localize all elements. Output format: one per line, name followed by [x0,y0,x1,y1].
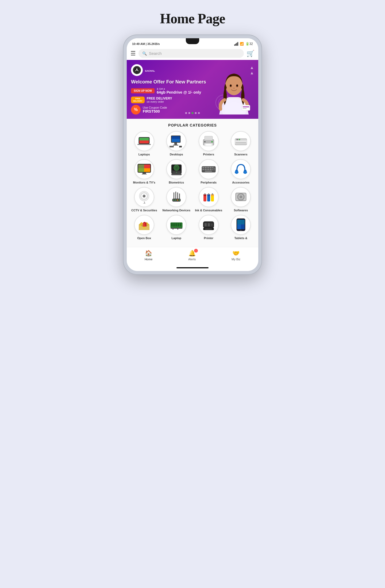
logo-icon [134,67,140,73]
svg-rect-18 [172,136,180,139]
svg-rect-50 [171,174,182,175]
banner-left-content: SACHAL Welcome Offer For New Partners SI… [131,64,214,114]
svg-rect-15 [137,144,151,145]
banner-get-text: & Get a [157,87,201,90]
phone-frame: 10:49 AM | 35.2KB/s 📶 🔋32 ☰ 🔍 Search 🛒 [123,35,262,275]
svg-rect-117 [205,228,212,230]
category-monitors[interactable]: Monitors & TV's [129,159,159,184]
coupon-row: % Use Coupon Code FIRST500 [131,105,214,114]
ink-icon [202,190,215,204]
category-scanners[interactable]: Scanners [226,131,256,156]
nav-alerts[interactable]: 🔔 ! Alerts [188,250,196,261]
svg-rect-11 [243,108,247,109]
brand-name: SACHAL [145,70,155,72]
keyboard-icon [201,165,216,173]
cart-icon[interactable]: 🛒 [247,50,255,57]
svg-rect-77 [179,193,180,199]
category-desktops[interactable]: Desktops [162,131,191,156]
bottom-nav: 🏠 Home 🔔 ! Alerts 🤝 My Biz [127,247,258,265]
categories-row-2: Monitors & TV's [129,159,256,184]
laptop-row4-label: Laptop [171,236,181,240]
camera-notch [186,38,199,44]
desktop-icon [169,135,184,147]
nav-home-label: Home [145,258,152,261]
category-cctv[interactable]: CCTV & Securities [129,187,159,212]
categories-title: POPULAR CATEGORIES [129,123,256,127]
status-icons: 📶 🔋32 [234,42,253,46]
printer-icon [202,135,215,147]
networking-icon-circle [166,187,186,207]
nav-mybiz[interactable]: 🤝 My Biz [232,250,240,261]
ink-label: Ink & Consumables [195,209,222,212]
category-softwares[interactable]: Softwares [226,187,256,212]
svg-rect-68 [243,171,247,174]
category-biometrics[interactable]: Biometrics [162,159,191,184]
page-title: Home Page [160,11,225,26]
svg-rect-21 [170,146,174,147]
top-nav: ☰ 🔍 Search 🛒 [127,47,258,60]
laptops-label: Laptops [138,153,150,156]
svg-text:★: ★ [141,223,143,224]
peripherals-label: Peripherals [201,181,217,184]
svg-rect-14 [139,138,149,140]
svg-rect-110 [171,228,182,229]
printer-row4-icon-circle [199,215,219,235]
svg-rect-82 [203,196,206,201]
search-bar[interactable]: 🔍 Search [138,49,244,58]
banner-offer-text: 64gb Pendrive @ 1/- only [157,90,201,94]
router-icon [170,190,183,204]
svg-rect-84 [204,193,206,195]
delivery-badge: FREE DELIVERY [131,97,145,103]
categories-row-4: ★ ★ ★ Open Box [129,215,256,240]
svg-rect-115 [211,224,213,226]
svg-rect-9 [242,105,250,110]
svg-rect-10 [243,106,249,107]
coupon-badge: % [131,105,141,114]
svg-point-7 [230,85,232,87]
laptop-row4-icon-circle [166,215,186,235]
open-box-icon: ★ ★ ★ [137,218,151,231]
svg-rect-114 [208,223,210,226]
svg-point-28 [211,141,213,143]
category-printer-row4[interactable]: Printer [194,215,224,240]
signup-badge[interactable]: SIGN UP NOW [131,88,155,93]
biometrics-label: Biometrics [169,181,184,184]
svg-rect-40 [143,173,146,174]
svg-rect-39 [138,165,144,172]
signal-icon [234,42,238,46]
ink-icon-circle [199,187,219,207]
svg-point-80 [177,200,178,201]
category-ink[interactable]: Ink & Consumables [194,187,224,212]
biometrics-icon [171,162,182,176]
home-icon: 🏠 [145,250,152,257]
laptop-icon [137,136,151,147]
category-peripherals[interactable]: Peripherals [194,159,224,184]
svg-text:★: ★ [140,224,141,227]
category-networking[interactable]: Networking Devices [162,187,191,212]
svg-rect-32 [236,142,246,143]
category-laptop-row4[interactable]: Laptop [162,215,191,240]
svg-rect-75 [175,192,176,199]
svg-point-96 [240,196,241,197]
delivery-sub: on every order [147,100,172,103]
hamburger-icon[interactable]: ☰ [130,50,136,57]
disc-icon [234,190,248,204]
category-accessories[interactable]: Accessories [226,159,256,184]
svg-rect-19 [174,143,177,145]
svg-rect-58 [205,169,207,170]
search-placeholder: Search [149,51,162,56]
status-time: 10:49 AM | 35.2KB/s [132,42,160,45]
scanners-icon-circle [231,131,251,151]
search-icon: 🔍 [142,51,147,56]
delivery-text: FREE DELIVERY [147,97,172,100]
peripherals-icon-circle [199,159,219,179]
category-open-box[interactable]: ★ ★ ★ Open Box [129,215,159,240]
category-tablets[interactable]: Tablets & [226,215,256,240]
category-printers[interactable]: Printers [194,131,224,156]
toner-icon [202,219,215,231]
mybiz-icon: 🤝 [232,250,240,257]
cctv-label: CCTV & Securities [131,209,157,212]
category-laptops[interactable]: Laptops [129,131,159,156]
nav-home[interactable]: 🏠 Home [145,250,152,261]
scanner-icon [234,136,248,147]
